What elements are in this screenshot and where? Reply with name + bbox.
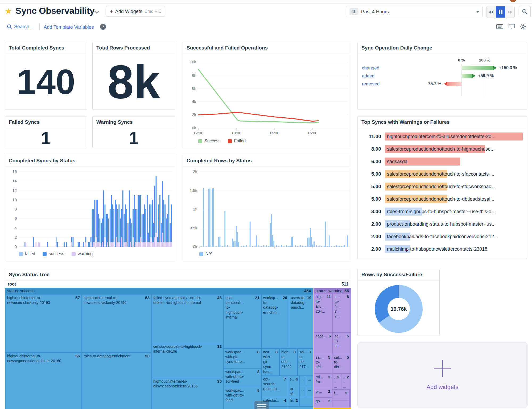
treemap-cell[interactable]: 50roles-to-datadog-enrichment xyxy=(82,353,151,409)
top-sync-row[interactable]: 11.00hightouchprodintercom-to-allusersdo… xyxy=(358,133,523,141)
playback-controls xyxy=(486,6,515,18)
treemap-cell[interactable]: 56hightouchinternal-to- newsegmentsdonot… xyxy=(6,353,81,409)
legend-item-n-a[interactable]: N/A xyxy=(199,251,213,256)
treemap-cell[interactable]: 2f... xyxy=(332,390,349,400)
treemap-cell[interactable]: 8high... to- onb... 21222 xyxy=(280,349,297,375)
top-sync-row[interactable]: 2.00facebookpaidads-to-facebookpaidconve… xyxy=(358,233,523,241)
top-sync-row[interactable]: 5.00salesforceproductiondonottouch-to-sf… xyxy=(358,183,523,191)
legend-item-success[interactable]: Success xyxy=(198,139,220,143)
tv-screen-icon[interactable] xyxy=(509,24,515,29)
treemap-cell[interactable]: 19users-to- datadog- enrich... xyxy=(289,295,313,348)
keyboard-icon[interactable] xyxy=(496,24,503,29)
avatar[interactable] xyxy=(510,0,516,2)
add-widgets-panel[interactable]: Add widgets xyxy=(357,342,527,408)
treemap-cell[interactable] xyxy=(332,400,349,407)
stat-value: 140 xyxy=(5,54,87,109)
treemap-cell[interactable]: 11hig... to- allu... 204... xyxy=(314,294,332,332)
treemap-cell[interactable]: 2pr... xyxy=(314,388,332,397)
list-view-toggle-button[interactable] xyxy=(254,401,269,409)
top-sync-value: 5.00 xyxy=(358,171,381,177)
gear-icon[interactable] xyxy=(520,24,526,30)
change-row-label-removed[interactable]: removed xyxy=(362,81,380,87)
legend-item-failed[interactable]: Failed xyxy=(228,139,246,143)
favorite-star-icon[interactable]: ★ xyxy=(5,7,12,15)
treemap-cell[interactable]: 21user- personali... to- hightouch- inte… xyxy=(224,295,261,348)
change-value: +59.9 % xyxy=(478,74,494,78)
help-icon[interactable]: ? xyxy=(100,24,106,30)
top-sync-bar-wrap: sadsasda xyxy=(385,158,523,166)
add-widgets-button[interactable]: + Add Widgets Cmd + E xyxy=(106,6,165,17)
widget-total-completed-syncs: Total Completed Syncs 140 xyxy=(5,42,87,110)
top-sync-value: 2.00 xyxy=(358,221,381,227)
treemap-cell[interactable]: 2... ... xyxy=(332,374,341,389)
top-sync-row[interactable]: 5.00salesforceproductiondonottouch-to-sf… xyxy=(358,170,523,178)
treemap-cell[interactable]: 3rol... fro... xyxy=(314,374,332,388)
top-sync-row[interactable]: 3.00roles-from-signups-to-hubspot-master… xyxy=(358,208,523,216)
legend-label: Success xyxy=(204,139,220,143)
top-sync-label: facebookpaidads-to-facebookpaidconversio… xyxy=(387,233,498,241)
change-row-label-changed[interactable]: changed xyxy=(362,65,379,71)
treemap-cell[interactable]: ... xyxy=(300,386,306,397)
svg-text:0: 0 xyxy=(15,244,17,249)
treemap-cell[interactable]: ... xyxy=(306,376,313,386)
legend-item-success[interactable]: success xyxy=(43,251,64,256)
zoom-out-button[interactable] xyxy=(519,6,531,17)
treemap-cell[interactable]: 46failed-sync-attempts- -do-not- delete-… xyxy=(152,295,223,343)
treemap-cell[interactable]: 5sa... to- sf... xyxy=(333,333,350,354)
top-sync-bar-wrap: hightouchprodintercom-to-allusersdonotde… xyxy=(385,133,523,141)
add-template-variables-link[interactable]: Add Template Variables xyxy=(44,24,94,30)
top-sync-row[interactable]: 8.00salesforceproductiondonottouch-to-hi… xyxy=(358,145,523,153)
change-bar xyxy=(461,66,493,70)
pause-button[interactable] xyxy=(496,6,505,18)
treemap-cell[interactable]: ... xyxy=(300,376,306,386)
plus-icon: + xyxy=(110,9,113,15)
stat-value: 1 xyxy=(5,128,87,148)
legend-item-warning[interactable]: warning xyxy=(72,251,93,256)
treemap-cell[interactable]: 8s... to- hi... sf... 2... xyxy=(333,294,350,332)
change-row-label-added[interactable]: added xyxy=(362,73,374,79)
treemap-cell[interactable]: 2hi... xyxy=(288,397,299,406)
treemap-cell[interactable]: 5sal... to- sfd... xyxy=(314,354,332,373)
top-sync-bar-wrap: salesforceproductiondonottouch-to-dbtlea… xyxy=(385,195,523,203)
treemap-cell[interactable]: 2... ... xyxy=(341,374,350,389)
treemap-cell[interactable]: 7dbt- search- reults-to... xyxy=(262,376,288,397)
top-sync-row[interactable]: 2.00product-onboarding-status-to-hubspot… xyxy=(358,220,523,228)
change-bar xyxy=(447,82,461,86)
treemap-cell[interactable]: 8wor... with- git- sync- to-s... xyxy=(262,349,279,375)
chevron-down-icon[interactable] xyxy=(94,10,100,15)
treemap-cell[interactable]: 30hightouchinternal-to- allsyncsdonotdel… xyxy=(152,378,223,409)
top-sync-row[interactable]: 5.00salesforceproductiondonottouch-to-db… xyxy=(358,195,523,203)
treemap-cell[interactable]: 20worksp... to- datadog- enrichm... xyxy=(262,295,289,348)
treemap-cell[interactable] xyxy=(288,407,313,409)
widget-warning-syncs: Warning Syncs 1 xyxy=(92,116,175,148)
treemap-cell[interactable]: ... xyxy=(306,386,313,397)
treemap-cell[interactable]: 32census-sources-to-hightouch- internal-… xyxy=(152,343,223,378)
treemap-cell[interactable]: 5sal... to- dbt... xyxy=(332,354,350,373)
top-sync-row[interactable]: 6.00sadsasda xyxy=(358,158,523,166)
treemap-cell[interactable]: 8workspac... with-git- sync-to-fe... xyxy=(224,349,261,368)
svg-text:12: 12 xyxy=(12,188,17,193)
treemap-cell[interactable]: 6sads... xyxy=(314,333,332,354)
treemap-cell[interactable]: 57hightouchinternal-to- newusersslackonl… xyxy=(6,295,81,352)
donut-chart[interactable]: 19.76k xyxy=(375,285,423,333)
treemap-cell[interactable]: 7sal... to- ne... 217... xyxy=(298,349,313,375)
search-input[interactable]: Search... xyxy=(7,24,33,30)
legend-item-failed[interactable]: failed xyxy=(19,251,35,256)
treemap-failed-strip[interactable] xyxy=(314,407,351,409)
svg-text:10: 10 xyxy=(12,197,17,202)
widget-title: Completed Rows by Status xyxy=(183,155,351,167)
treemap-cell[interactable] xyxy=(300,397,313,406)
widget-title: Total Completed Syncs xyxy=(5,42,87,54)
treemap-cell[interactable]: 53hightouchinternal-to- newusersslackonl… xyxy=(82,295,151,352)
time-range-picker[interactable]: 4h Past 4 Hours xyxy=(346,6,483,17)
treemap-cell[interactable]: 2go... xyxy=(314,398,332,407)
legend-label: warning xyxy=(78,251,93,256)
top-sync-row[interactable]: 2.00mailchimp-to-hubspotnewslettercontac… xyxy=(358,245,523,253)
change-axis-label: 100 % xyxy=(479,58,490,62)
forward-button[interactable] xyxy=(505,6,514,18)
svg-text:15:00: 15:00 xyxy=(307,131,317,135)
treemap-cell[interactable]: 4s... to- sf... xyxy=(288,376,299,397)
treemap-cell[interactable]: 8workspac... with-dbt-to- sdr-feed xyxy=(224,369,261,387)
top-sync-bar-wrap: salesforceproductiondonottouch-to-highto… xyxy=(385,145,523,153)
rewind-button[interactable] xyxy=(486,6,496,18)
